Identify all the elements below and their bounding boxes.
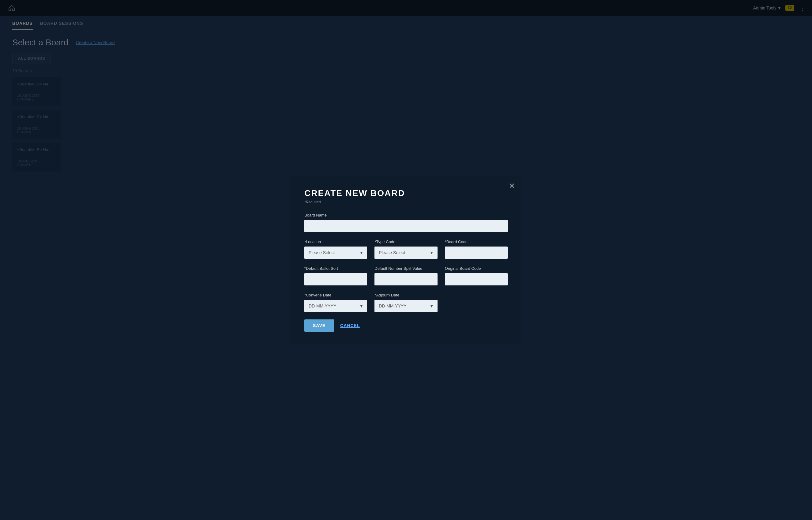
default-number-split-col: Default Number Split Value <box>375 266 437 285</box>
modal-required-note: *Required <box>304 200 508 204</box>
default-number-split-input[interactable] <box>375 273 437 285</box>
original-board-code-label: Original Board Code <box>445 266 508 271</box>
convene-date-col: *Convene Date DD-MM-YYYY ▼ <box>304 293 367 312</box>
default-ballot-sort-col: *Default Ballot Sort NAME <box>304 266 367 285</box>
location-col: *Location Please Select ▼ <box>304 239 367 259</box>
adjourn-date-col: *Adjourn Date DD-MM-YYYY ▼ <box>375 293 437 312</box>
row-location-typecode-boardcode: *Location Please Select ▼ *Type Code Ple… <box>304 239 508 259</box>
page-background: BOARDS BOARD SESSIONS Select a Board Cre… <box>0 16 812 520</box>
original-board-code-input[interactable] <box>445 273 508 285</box>
default-ballot-sort-label: *Default Ballot Sort <box>304 266 367 271</box>
adjourn-date-wrapper: DD-MM-YYYY ▼ <box>375 300 437 312</box>
location-select-wrapper: Please Select ▼ <box>304 246 367 259</box>
board-code-col: *Board Code <box>445 239 508 259</box>
type-code-select[interactable]: Please Select <box>375 246 437 259</box>
default-ballot-sort-input[interactable]: NAME <box>304 273 367 285</box>
adjourn-date-select[interactable]: DD-MM-YYYY <box>375 300 437 312</box>
type-code-label: *Type Code <box>375 239 437 244</box>
convene-date-wrapper: DD-MM-YYYY ▼ <box>304 300 367 312</box>
type-code-col: *Type Code Please Select ▼ <box>375 239 437 259</box>
dates-spacer <box>445 293 508 312</box>
board-code-input[interactable] <box>445 246 508 259</box>
row-dates: *Convene Date DD-MM-YYYY ▼ *Adjourn Date… <box>304 293 508 312</box>
modal-overlay: ✕ CREATE NEW BOARD *Required Board Name … <box>0 0 812 520</box>
modal-actions: SAVE CANCEL <box>304 319 508 332</box>
original-board-code-col: Original Board Code <box>445 266 508 285</box>
row-ballot-split-original: *Default Ballot Sort NAME Default Number… <box>304 266 508 285</box>
board-name-group: Board Name <box>304 213 508 232</box>
board-code-label: *Board Code <box>445 239 508 244</box>
board-name-label: Board Name <box>304 213 508 217</box>
save-button[interactable]: SAVE <box>304 319 334 332</box>
location-select[interactable]: Please Select <box>304 246 367 259</box>
board-name-input[interactable] <box>304 220 508 232</box>
default-number-split-label: Default Number Split Value <box>375 266 437 271</box>
adjourn-date-label: *Adjourn Date <box>375 293 437 297</box>
cancel-button[interactable]: CANCEL <box>340 323 360 328</box>
convene-date-select[interactable]: DD-MM-YYYY <box>304 300 367 312</box>
create-new-board-modal: ✕ CREATE NEW BOARD *Required Board Name … <box>290 176 522 344</box>
type-code-select-wrapper: Please Select ▼ <box>375 246 437 259</box>
location-label: *Location <box>304 239 367 244</box>
modal-title: CREATE NEW BOARD <box>304 188 508 198</box>
modal-close-button[interactable]: ✕ <box>509 182 515 189</box>
convene-date-label: *Convene Date <box>304 293 367 297</box>
